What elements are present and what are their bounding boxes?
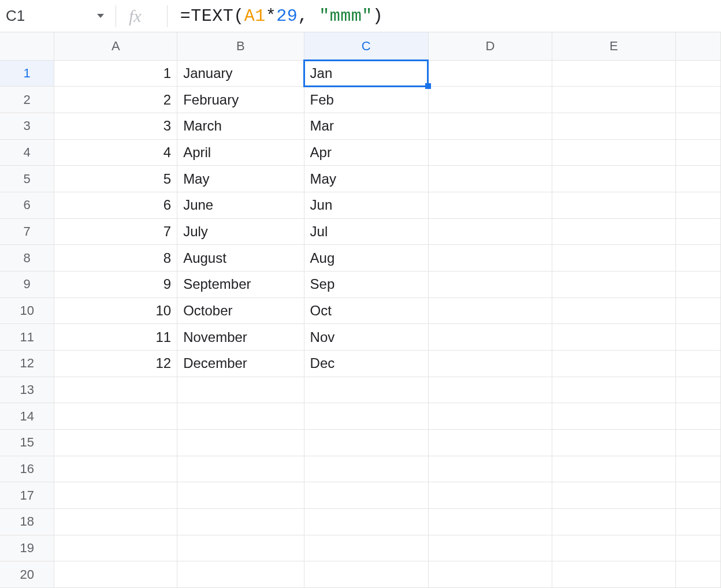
cell-D19[interactable] <box>428 535 552 561</box>
row-header-5[interactable]: 5 <box>0 166 54 192</box>
cell-B20[interactable] <box>177 561 304 588</box>
cell-E8[interactable] <box>552 245 675 271</box>
cell-A2[interactable]: 2 <box>54 87 177 113</box>
cell-B13[interactable] <box>177 377 304 403</box>
cell-F8[interactable] <box>675 245 720 271</box>
cell-A13[interactable] <box>54 377 177 403</box>
cell-C4[interactable]: Apr <box>304 139 428 166</box>
cell-F10[interactable] <box>675 297 720 324</box>
cell-C6[interactable]: Jun <box>304 192 428 218</box>
cell-F19[interactable] <box>675 535 720 561</box>
cell-D18[interactable] <box>428 508 552 535</box>
cell-A15[interactable] <box>54 429 177 456</box>
cell-E19[interactable] <box>552 535 675 561</box>
cell-C15[interactable] <box>304 429 428 456</box>
cell-F9[interactable] <box>675 271 720 297</box>
row-header-15[interactable]: 15 <box>0 429 54 456</box>
cell-E9[interactable] <box>552 271 675 297</box>
cell-D6[interactable] <box>428 192 552 218</box>
cell-B5[interactable]: May <box>177 166 304 192</box>
cell-C16[interactable] <box>304 456 428 482</box>
row-header-8[interactable]: 8 <box>0 245 54 271</box>
cell-F16[interactable] <box>675 456 720 482</box>
cell-A19[interactable] <box>54 535 177 561</box>
cell-E6[interactable] <box>552 192 675 218</box>
cell-D4[interactable] <box>428 139 552 166</box>
cell-E12[interactable] <box>552 350 675 377</box>
cell-D9[interactable] <box>428 271 552 297</box>
row-header-2[interactable]: 2 <box>0 87 54 113</box>
cell-A3[interactable]: 3 <box>54 113 177 139</box>
cell-A6[interactable]: 6 <box>54 192 177 218</box>
formula-input[interactable]: =TEXT(A1*29, "mmm") <box>180 6 384 26</box>
cell-B2[interactable]: February <box>177 87 304 113</box>
cell-C13[interactable] <box>304 377 428 403</box>
cell-A4[interactable]: 4 <box>54 139 177 166</box>
cell-B9[interactable]: September <box>177 271 304 297</box>
cell-E15[interactable] <box>552 429 675 456</box>
cell-C18[interactable] <box>304 508 428 535</box>
cell-F14[interactable] <box>675 403 720 430</box>
cell-E18[interactable] <box>552 508 675 535</box>
row-header-10[interactable]: 10 <box>0 297 54 324</box>
cell-B8[interactable]: August <box>177 245 304 271</box>
row-header-11[interactable]: 11 <box>0 324 54 351</box>
cell-D10[interactable] <box>428 297 552 324</box>
row-header-4[interactable]: 4 <box>0 139 54 166</box>
cell-F15[interactable] <box>675 429 720 456</box>
cell-A9[interactable]: 9 <box>54 271 177 297</box>
cell-D7[interactable] <box>428 218 552 245</box>
caret-down-icon[interactable] <box>97 14 104 18</box>
cell-B11[interactable]: November <box>177 324 304 351</box>
cell-D17[interactable] <box>428 482 552 509</box>
cell-A14[interactable] <box>54 403 177 430</box>
cell-C10[interactable]: Oct <box>304 297 428 324</box>
cell-A10[interactable]: 10 <box>54 297 177 324</box>
cell-A1[interactable]: 1 <box>54 60 177 87</box>
column-header-D[interactable]: D <box>428 32 552 60</box>
row-header-20[interactable]: 20 <box>0 561 54 588</box>
select-all-corner[interactable] <box>0 32 54 60</box>
cell-F18[interactable] <box>675 508 720 535</box>
cell-D8[interactable] <box>428 245 552 271</box>
cell-A5[interactable]: 5 <box>54 166 177 192</box>
row-header-7[interactable]: 7 <box>0 218 54 245</box>
cell-B4[interactable]: April <box>177 139 304 166</box>
cell-C17[interactable] <box>304 482 428 509</box>
cell-D2[interactable] <box>428 87 552 113</box>
cell-D1[interactable] <box>428 60 552 87</box>
cell-E16[interactable] <box>552 456 675 482</box>
cell-A18[interactable] <box>54 508 177 535</box>
cell-C20[interactable] <box>304 561 428 588</box>
cell-F7[interactable] <box>675 218 720 245</box>
cell-B3[interactable]: March <box>177 113 304 139</box>
cell-F11[interactable] <box>675 324 720 351</box>
cell-B14[interactable] <box>177 403 304 430</box>
cell-A17[interactable] <box>54 482 177 509</box>
row-header-13[interactable]: 13 <box>0 377 54 403</box>
cell-C8[interactable]: Aug <box>304 245 428 271</box>
cell-A8[interactable]: 8 <box>54 245 177 271</box>
cell-E11[interactable] <box>552 324 675 351</box>
name-box[interactable]: C1 <box>6 0 110 32</box>
cell-F4[interactable] <box>675 139 720 166</box>
cell-F3[interactable] <box>675 113 720 139</box>
cell-B12[interactable]: December <box>177 350 304 377</box>
cell-E4[interactable] <box>552 139 675 166</box>
cell-E2[interactable] <box>552 87 675 113</box>
cell-A11[interactable]: 11 <box>54 324 177 351</box>
cell-A7[interactable]: 7 <box>54 218 177 245</box>
cell-E7[interactable] <box>552 218 675 245</box>
cell-D13[interactable] <box>428 377 552 403</box>
cell-E17[interactable] <box>552 482 675 509</box>
cell-B16[interactable] <box>177 456 304 482</box>
cell-D14[interactable] <box>428 403 552 430</box>
row-header-19[interactable]: 19 <box>0 535 54 561</box>
cell-C12[interactable]: Dec <box>304 350 428 377</box>
cell-F12[interactable] <box>675 350 720 377</box>
cell-C5[interactable]: May <box>304 166 428 192</box>
cell-F1[interactable] <box>675 60 720 87</box>
row-header-9[interactable]: 9 <box>0 271 54 297</box>
column-header-C[interactable]: C <box>304 32 428 60</box>
cell-C3[interactable]: Mar <box>304 113 428 139</box>
